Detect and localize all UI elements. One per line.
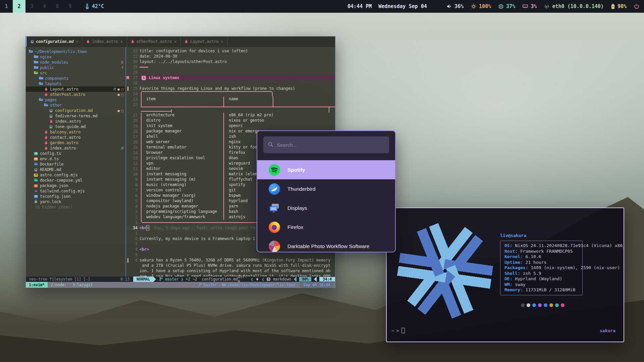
- palette-dot: [555, 303, 559, 307]
- fetch-line-uptime: Uptime: 21 hours: [504, 260, 582, 265]
- close-icon[interactable]: ×: [174, 39, 176, 44]
- close-icon[interactable]: ×: [120, 39, 123, 44]
- launcher-item-firefox[interactable]: Firefox: [257, 218, 395, 237]
- table-cell-item: terminal emulator: [141, 145, 223, 150]
- sidebar-item-readme.md[interactable]: MREADME.md: [26, 167, 125, 172]
- chevron-separator: ❯: [181, 277, 183, 282]
- sidebar-item-pages[interactable]: pages: [26, 97, 125, 103]
- editor-line: 30layout: ../../layouts/otherPost.astro: [126, 59, 335, 64]
- sidebar-item-layout.astro[interactable]: Layout.astroH●□: [26, 86, 125, 92]
- app-label: Thunderbird: [287, 186, 316, 192]
- file-name: index.astro: [50, 146, 76, 150]
- editor-line: 31date: 2024-08-30: [126, 54, 335, 59]
- sidebar-item-balcony.astro[interactable]: balcony.astro: [26, 129, 125, 135]
- editor-line: ove. I use Nix when I need software with…: [126, 274, 335, 277]
- tmux-cwd: /home/liv/Development/liv.town: [222, 283, 296, 287]
- tab-configuration.md[interactable]: Mconfiguration.md×: [27, 37, 83, 47]
- volume-module[interactable]: 36%: [447, 3, 464, 9]
- workspace-3[interactable]: 3: [25, 0, 38, 13]
- clock[interactable]: 04:44 PM Wednesday Sep 04: [347, 3, 427, 9]
- workspace-8[interactable]: 8: [51, 0, 64, 13]
- palette-dot: [538, 303, 542, 307]
- sidebar-item-garden.astro[interactable]: garden.astro: [26, 140, 125, 145]
- sidebar-item-docker-compose.yml[interactable]: docker-compose.yml: [26, 178, 125, 183]
- memory-module[interactable]: 3%: [523, 3, 537, 9]
- sidebar-item-env.d.ts[interactable]: TSenv.d.ts: [26, 156, 125, 162]
- tmux-window-2node[interactable]: 2:node-: [48, 282, 69, 288]
- app-launcher: Search... SpotifyThunderbirdDisplaysFire…: [257, 130, 396, 252]
- folder-icon: [34, 60, 38, 65]
- tab-index.astro[interactable]: index.astro×: [83, 37, 127, 47]
- tmux-window-1nvim[interactable]: 1:nvim*: [26, 282, 48, 288]
- sidebar-item-node-modules[interactable]: node_modulesE: [26, 60, 125, 65]
- workspace-1[interactable]: 1: [0, 0, 13, 13]
- close-icon[interactable]: ×: [76, 39, 78, 44]
- workspace-4[interactable]: 4: [38, 0, 51, 13]
- sidebar-item-otherpost.astro[interactable]: otherPost.astro●□: [26, 92, 125, 97]
- sidebar-item-config.ts[interactable]: TSconfig.ts: [26, 151, 125, 156]
- fetch-info: liv@sakura OS: NixOS 24.11.20240828.71e9…: [500, 233, 583, 295]
- sidebar-item-package.json[interactable]: {}package.json: [26, 183, 125, 188]
- sidebar-item-index.astro[interactable]: index.astroH: [26, 145, 125, 151]
- sidebar-item-fediverse-terms.md[interactable]: Mfediverse-terms.md: [26, 113, 125, 119]
- terminal-window-fastfetch[interactable]: liv@sakura OS: NixOS 24.11.20240828.71e9…: [386, 207, 624, 342]
- sidebar-item-other[interactable]: other: [26, 103, 125, 108]
- code-text: date: 2024-08-30: [140, 54, 177, 59]
- launcher-item-darktable[interactable]: Darktable Photo Workflow Software: [257, 237, 395, 252]
- sidebar-item--development-liv.town[interactable]: ~/Development/liv.town: [26, 49, 125, 54]
- file-name: config.ts: [40, 151, 61, 156]
- sidebar-item-contact.astro[interactable]: contact.astro: [26, 135, 125, 140]
- markdown-icon: M: [267, 278, 270, 281]
- antenna-icon: [544, 4, 549, 9]
- table-cell-name: openrc: [223, 123, 335, 129]
- sidebar-item-configuration.md[interactable]: Mconfiguration.md●□: [26, 108, 125, 113]
- temperature-module[interactable]: 42°C: [85, 3, 104, 9]
- close-icon[interactable]: ×: [221, 39, 223, 44]
- astro-icon: [185, 39, 188, 44]
- sidebar-item--6-hidden-items-[interactable]: (6 hidden items): [26, 204, 125, 210]
- sidebar-item-tsconfig.json[interactable]: TStsconfig.json: [26, 194, 125, 199]
- sidebar-item-tailwind.config.mjs[interactable]: ≈tailwind.config.mjs: [26, 188, 125, 194]
- launcher-item-spotify[interactable]: Spotify: [257, 160, 395, 179]
- workspace-2[interactable]: 2: [13, 0, 25, 13]
- file-name: other: [50, 103, 62, 108]
- sidebar-item-nginx[interactable]: nginx: [26, 54, 125, 60]
- palette-dot: [521, 303, 525, 307]
- code-text: layout: ../../layouts/otherPost.astro: [140, 59, 227, 64]
- sidebar-item-tone-guide.md[interactable]: Mtone-guide.md: [26, 124, 125, 129]
- editor-line: 6sakura has a Ryzen 5 7640U, 32GB of DDR…: [126, 257, 335, 263]
- table-cell-item: vpn: [141, 161, 223, 166]
- code-text: and a 2TB (Crucial P5 Plus) NVMe drive. …: [140, 263, 330, 268]
- shell-prompt[interactable]: ~ >: [391, 328, 405, 333]
- workspace-9[interactable]: 9: [64, 0, 76, 13]
- git-status-markers: ●□: [117, 93, 123, 97]
- workspace-switcher: 123489: [0, 0, 76, 13]
- os-icon: [256, 277, 259, 282]
- sidebar-item-components[interactable]: components: [26, 76, 125, 81]
- sidebar-item-src[interactable]: src: [26, 70, 125, 76]
- palette-dot: [532, 303, 536, 307]
- sidebar-item-layouts[interactable]: layouts: [26, 81, 125, 86]
- sidebar-item-public[interactable]: public?: [26, 65, 125, 70]
- tmux-window-3lazygit[interactable]: 3:lazygit: [69, 282, 96, 288]
- power-button[interactable]: [634, 4, 639, 9]
- battery-value: 98%: [618, 3, 627, 9]
- editor-line: 32title: configuration for devices i use…: [126, 48, 335, 54]
- sidebar-item-dockerfile[interactable]: Dockerfile: [26, 162, 125, 167]
- sidebar-item-yarn.lock[interactable]: yarn.lock: [26, 199, 125, 204]
- app-label: Spotify: [287, 167, 305, 173]
- tab-otherPost.astro[interactable]: otherPost.astro×: [127, 37, 181, 47]
- editor-line: 271Linux systems: [126, 75, 335, 80]
- editor-line: 20distronixos or gentoo: [126, 118, 335, 123]
- table-cell-name: nixos or gentoo: [223, 118, 335, 123]
- sidebar-item-astro.config.mjs[interactable]: JSastro.config.mjs: [26, 172, 125, 178]
- tab-Layout.astro[interactable]: Layout.astro×: [181, 37, 227, 47]
- network-module[interactable]: eth0 (10.0.0.140): [544, 3, 604, 9]
- battery-module[interactable]: 98%: [611, 3, 627, 9]
- launcher-item-displays[interactable]: Displays: [257, 198, 395, 218]
- search-input[interactable]: Search...: [263, 136, 389, 153]
- sidebar-item-index.astro[interactable]: index.astro: [26, 119, 125, 124]
- cpu-module[interactable]: 37%: [498, 3, 515, 9]
- brightness-module[interactable]: 100%: [471, 3, 491, 9]
- launcher-item-thunderbird[interactable]: Thunderbird: [257, 179, 395, 198]
